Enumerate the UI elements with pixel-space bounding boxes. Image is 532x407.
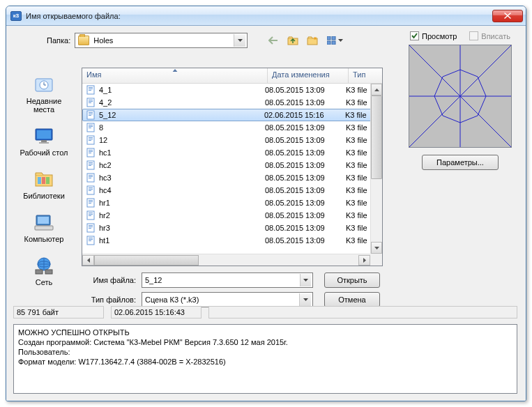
- dropdown-arrow-icon[interactable]: [299, 293, 311, 306]
- svg-rect-50: [89, 165, 91, 166]
- cancel-button[interactable]: Отмена: [324, 292, 380, 307]
- svg-rect-56: [89, 187, 93, 188]
- file-row[interactable]: hc108.05.2015 13:09K3 file: [82, 146, 382, 159]
- svg-rect-30: [89, 102, 91, 103]
- svg-rect-32: [89, 112, 93, 113]
- scroll-thumb-v[interactable]: [371, 95, 382, 179]
- back-arrow-icon: [268, 36, 278, 45]
- file-name: hc4: [96, 186, 265, 194]
- sidebar-item-label: Библиотеки: [19, 192, 69, 200]
- horizontal-scrollbar[interactable]: [82, 254, 370, 266]
- close-button[interactable]: [492, 10, 523, 22]
- filename-row: Имя файла: Открыть: [82, 272, 380, 288]
- svg-rect-10: [41, 140, 47, 142]
- titlebar[interactable]: к3 Имя открываемого файла:: [6, 6, 526, 26]
- sidebar-item-label: Сеть: [19, 278, 69, 286]
- svg-rect-40: [89, 137, 93, 138]
- dropdown-arrow-icon[interactable]: [300, 274, 311, 286]
- vertical-scrollbar[interactable]: [370, 84, 382, 254]
- checkbox-icon: [410, 31, 419, 40]
- scroll-thumb-h[interactable]: [94, 255, 199, 266]
- svg-rect-38: [89, 128, 91, 128]
- up-folder-button[interactable]: [285, 33, 301, 48]
- scroll-right-button[interactable]: [358, 255, 370, 266]
- info-textarea[interactable]: МОЖНО УСПЕШНО ОТКРЫТЬ Создан программой:…: [13, 324, 517, 394]
- preview-checkbox[interactable]: Просмотр: [410, 31, 457, 40]
- folder-dropdown[interactable]: Holes: [75, 33, 248, 48]
- svg-rect-36: [89, 125, 93, 125]
- svg-rect-13: [38, 177, 41, 184]
- k3-file-icon: [85, 172, 96, 183]
- sidebar-item-libraries[interactable]: Библиотеки: [19, 168, 69, 200]
- sidebar-item-network[interactable]: Сеть: [19, 254, 69, 286]
- status-bar: 85 791 байт 02.06.2015 15:16:43: [13, 306, 517, 318]
- svg-rect-28: [89, 100, 93, 100]
- info-line: Формат модели: W177.13642.7.4 (3884-002B…: [18, 357, 512, 367]
- file-row[interactable]: 1208.05.2015 13:09K3 file: [82, 134, 382, 146]
- file-date: 08.05.2015 13:09: [265, 86, 346, 94]
- scroll-up-button[interactable]: [371, 84, 382, 95]
- svg-rect-17: [38, 217, 49, 224]
- sidebar-item-desktop[interactable]: Рабочий стол: [19, 125, 69, 157]
- file-row[interactable]: hr208.05.2015 13:09K3 file: [82, 209, 382, 222]
- svg-rect-68: [89, 225, 93, 226]
- file-row[interactable]: hc208.05.2015 13:09K3 file: [82, 159, 382, 171]
- file-row[interactable]: hr308.05.2015 13:09K3 file: [82, 222, 382, 234]
- svg-rect-69: [89, 226, 93, 227]
- column-name[interactable]: Имя: [82, 68, 268, 83]
- file-date: 08.05.2015 13:09: [265, 224, 346, 232]
- svg-rect-29: [89, 101, 93, 102]
- open-button[interactable]: Открыть: [324, 272, 380, 288]
- chevron-down-icon: [338, 39, 343, 42]
- sidebar-item-computer[interactable]: Компьютер: [19, 211, 69, 243]
- file-name: hc3: [96, 174, 265, 182]
- k3-file-icon: [85, 147, 96, 158]
- file-row[interactable]: 4_208.05.2015 13:09K3 file: [82, 96, 382, 109]
- scroll-down-button[interactable]: [371, 242, 382, 254]
- filetype-dropdown[interactable]: Сцена К3 (*.k3): [142, 292, 313, 307]
- views-button[interactable]: [324, 33, 345, 48]
- file-row[interactable]: hc308.05.2015 13:09K3 file: [82, 171, 382, 184]
- svg-rect-21: [36, 270, 43, 274]
- file-date: 08.05.2015 13:09: [265, 199, 346, 207]
- file-date: 08.05.2015 13:09: [265, 123, 346, 132]
- svg-rect-42: [89, 140, 91, 141]
- file-name: ht1: [96, 236, 265, 245]
- back-button[interactable]: [266, 33, 281, 48]
- file-row[interactable]: 4_108.05.2015 13:09K3 file: [82, 84, 382, 96]
- file-row[interactable]: 5_1202.06.2015 15:16K3 file: [82, 109, 382, 121]
- filename-input[interactable]: [145, 274, 300, 286]
- window-title: Имя открываемого файла:: [26, 12, 492, 20]
- svg-rect-49: [89, 164, 93, 164]
- file-name: 4_1: [96, 86, 265, 94]
- file-row[interactable]: 808.05.2015 13:09K3 file: [82, 121, 382, 134]
- sidebar-item-recent[interactable]: Недавние места: [19, 73, 69, 114]
- folder-icon: [78, 36, 89, 45]
- column-type[interactable]: Тип: [349, 68, 379, 83]
- svg-rect-45: [89, 151, 93, 152]
- svg-rect-5: [332, 41, 335, 45]
- list-body[interactable]: 4_108.05.2015 13:09K3 file4_208.05.2015 …: [82, 84, 382, 255]
- file-row[interactable]: hr108.05.2015 13:09K3 file: [82, 197, 382, 209]
- dropdown-arrow-icon[interactable]: [234, 34, 245, 47]
- parameters-button[interactable]: Параметры...: [422, 155, 499, 170]
- svg-rect-66: [89, 215, 91, 216]
- svg-rect-33: [89, 114, 93, 114]
- preview-options: Просмотр Вписать: [403, 31, 517, 40]
- filetype-value: Сцена К3 (*.k3): [145, 295, 299, 304]
- status-datetime: 02.06.2015 15:16:43: [111, 306, 202, 318]
- filename-input-combo[interactable]: [142, 272, 313, 288]
- svg-rect-15: [46, 177, 50, 184]
- file-row[interactable]: hc408.05.2015 13:09K3 file: [82, 184, 382, 197]
- scroll-left-button[interactable]: [82, 255, 94, 266]
- svg-rect-3: [332, 36, 335, 40]
- svg-rect-54: [89, 178, 91, 178]
- file-name: hr2: [96, 211, 265, 220]
- file-list[interactable]: Имя Дата изменения Тип 4_108.05.2015 13:…: [82, 68, 383, 266]
- svg-rect-73: [89, 239, 93, 240]
- file-row[interactable]: ht108.05.2015 13:09K3 file: [82, 234, 382, 247]
- new-folder-button[interactable]: [305, 33, 320, 48]
- file-date: 08.05.2015 13:09: [265, 174, 346, 182]
- file-name: 5_12: [96, 111, 264, 119]
- column-date[interactable]: Дата изменения: [268, 68, 349, 83]
